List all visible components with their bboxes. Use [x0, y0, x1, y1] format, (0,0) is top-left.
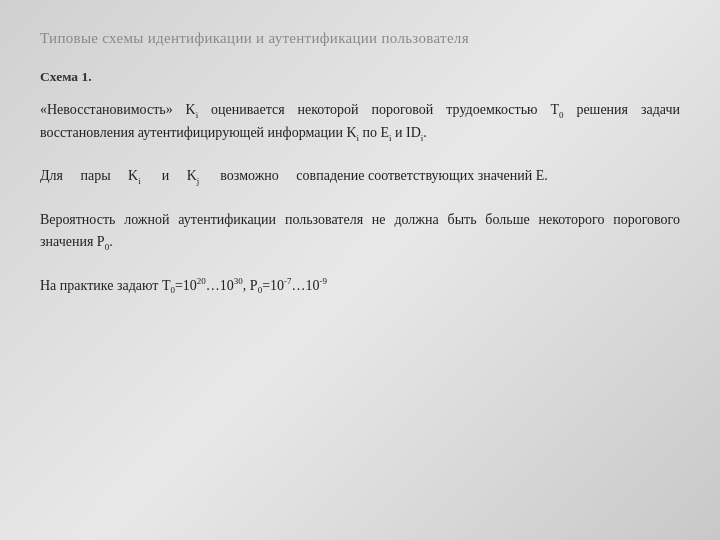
paragraph-4: На практике задают T0=1020…1030, P0=10-7… [40, 274, 680, 298]
slide: Типовые схемы идентификации и аутентифик… [0, 0, 720, 540]
slide-title: Типовые схемы идентификации и аутентифик… [40, 30, 680, 47]
paragraph-3: Вероятность ложной аутентификации пользо… [40, 209, 680, 255]
paragraph-2: Для пары Ki и Kj возможно совпадение соо… [40, 165, 680, 188]
schema-label: Схема 1. [40, 69, 680, 85]
paragraph-1: «Невосстановимость» Ki оценивается некот… [40, 99, 680, 145]
